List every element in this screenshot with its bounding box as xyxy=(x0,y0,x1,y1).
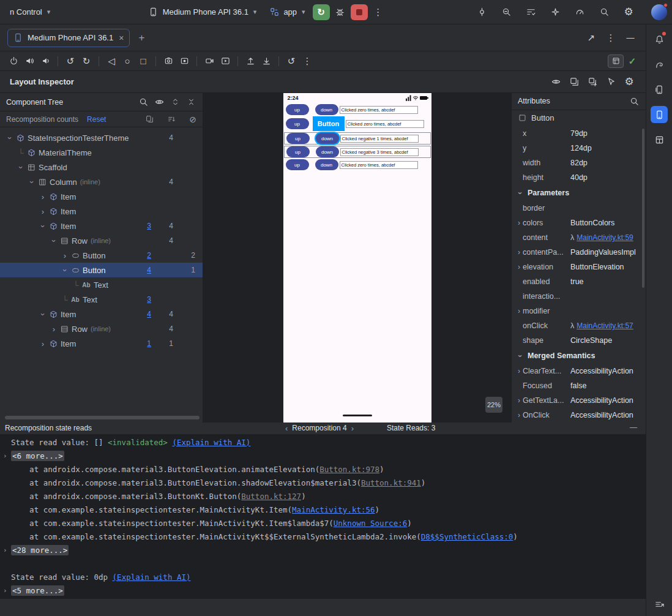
power-button[interactable] xyxy=(6,54,21,69)
minimize-console-button[interactable]: — xyxy=(630,423,637,432)
attribute-expander-icon[interactable]: › xyxy=(515,411,523,419)
explain-with-ai-link[interactable]: MainActivity.kt:56 xyxy=(292,505,375,514)
tree-node-row[interactable]: ›Row(inline)4 xyxy=(0,321,203,336)
device-button-down[interactable]: down xyxy=(316,133,339,144)
stop-button[interactable] xyxy=(351,4,368,20)
settings-button[interactable]: ⚙ xyxy=(621,4,637,20)
close-tab-button[interactable]: × xyxy=(119,33,124,43)
stack-frame-link[interactable]: Button.kt:978 xyxy=(319,465,379,474)
deploy-status-button[interactable]: ✓ xyxy=(625,54,640,69)
tree-node-item[interactable]: ›Item11 xyxy=(0,336,203,351)
recomposition-nav-count[interactable]: 2 xyxy=(129,251,151,260)
device-frame-toggle[interactable] xyxy=(608,54,624,68)
attribute-expander-icon[interactable]: › xyxy=(515,248,523,257)
collapsed-frames-chip[interactable]: <6 more...> xyxy=(11,451,64,461)
recomposition-nav-count[interactable]: 4 xyxy=(129,310,151,318)
device-button-down[interactable]: down xyxy=(315,159,338,170)
console-expander-icon[interactable]: › xyxy=(3,544,7,557)
skip-counts-icon[interactable]: ⊘ xyxy=(189,115,196,124)
attributes-search-button[interactable] xyxy=(627,94,641,108)
tree-node-row[interactable]: ›Row(inline)4 xyxy=(0,233,203,248)
run-config-selector[interactable]: app ▾ xyxy=(264,4,310,21)
version-control-menu[interactable]: n Control ▾ xyxy=(5,4,55,21)
attribute-expander-icon[interactable]: › xyxy=(515,396,523,405)
commit-button[interactable] xyxy=(474,4,490,20)
device-button-up[interactable]: up xyxy=(286,133,310,144)
tree-filter-button[interactable] xyxy=(152,96,166,109)
explain-with-ai-link[interactable]: D8$$SyntheticClass:0 xyxy=(421,532,513,541)
tab-medium-phone[interactable]: Medium Phone API 36.1 × xyxy=(7,29,130,47)
tree-horizontal-scrollbar[interactable] xyxy=(5,416,200,419)
device-screen[interactable]: 2:24 updownClicked zero times, abcdefupB… xyxy=(283,93,431,423)
source-location-link[interactable]: MainActivity.kt:57 xyxy=(577,321,633,330)
push-file-button[interactable] xyxy=(259,54,274,69)
tree-expander-icon[interactable]: › xyxy=(38,207,48,216)
more-run-actions-button[interactable]: ⋮ xyxy=(370,4,386,20)
console-expander-icon[interactable]: › xyxy=(3,584,7,598)
tree-node-item[interactable]: ›Item xyxy=(0,189,203,204)
reset-counts-link[interactable]: Reset xyxy=(87,115,106,124)
snapshots-button[interactable]: ↺ xyxy=(284,54,299,69)
device-selector[interactable]: Medium Phone API 36.1 ▾ xyxy=(143,4,262,21)
tree-expander-icon[interactable]: › xyxy=(61,265,70,275)
explain-with-ai-link[interactable]: Unknown Source:6 xyxy=(334,519,407,528)
collapsed-frames-chip[interactable]: <28 more...> xyxy=(11,545,69,555)
virtual-camera-button[interactable] xyxy=(218,54,233,69)
snapshot-button[interactable] xyxy=(584,74,600,90)
attributes-section-parameters[interactable]: ›Parameters xyxy=(512,185,646,201)
collapse-all-button[interactable] xyxy=(184,96,198,109)
select-component-button[interactable] xyxy=(603,74,619,90)
notifications-button[interactable] xyxy=(651,31,668,48)
upload-button[interactable] xyxy=(243,54,258,69)
layout-inspector-button[interactable] xyxy=(651,131,668,148)
explain-with-ai-link[interactable]: (Explain with AI) xyxy=(113,573,191,582)
recomposition-nav-count[interactable]: 4 xyxy=(129,266,151,274)
zoom-level-badge[interactable]: 22% xyxy=(485,397,502,413)
tree-node-stateinspectiontestertheme[interactable]: ›StateInspectionTesterTheme4 xyxy=(0,130,203,145)
back-button[interactable]: ◁ xyxy=(104,54,119,69)
tree-node-text[interactable]: └AbText xyxy=(0,277,203,292)
tree-expander-icon[interactable]: › xyxy=(60,251,70,260)
inspector-settings-button[interactable]: ⚙ xyxy=(621,74,637,90)
stack-frame-link[interactable]: Button.kt:127 xyxy=(241,492,301,501)
volume-down-button[interactable] xyxy=(38,54,53,69)
tree-expander-icon[interactable]: › xyxy=(6,133,15,143)
collapsed-frames-chip[interactable]: <5 more...> xyxy=(11,585,64,596)
tree-node-text[interactable]: └AbText3 xyxy=(0,292,203,307)
screen-record-button[interactable] xyxy=(177,54,192,69)
debug-button[interactable] xyxy=(332,4,348,20)
add-device-tab-button[interactable]: + xyxy=(133,30,149,46)
overview-button[interactable]: □ xyxy=(136,54,151,69)
tree-node-item[interactable]: ›Item44 xyxy=(0,307,203,321)
attribute-expander-icon[interactable]: › xyxy=(515,367,523,375)
home-button[interactable]: ○ xyxy=(120,54,135,69)
source-location-link[interactable]: MainActivity.kt:59 xyxy=(577,233,633,242)
tree-expander-icon[interactable]: › xyxy=(17,162,26,172)
search-replace-button[interactable] xyxy=(498,4,514,20)
section-expander-icon[interactable]: › xyxy=(516,188,525,198)
extended-controls-button[interactable]: ⋮ xyxy=(300,54,315,69)
tab-options-button[interactable]: ⋮ xyxy=(603,30,619,46)
explain-with-ai-link[interactable]: (Explain with AI) xyxy=(172,438,250,447)
ai-assistant-button[interactable] xyxy=(547,4,563,20)
attribute-expander-icon[interactable]: › xyxy=(515,307,523,315)
rotate-right-button[interactable]: ↻ xyxy=(79,54,94,69)
tree-expander-icon[interactable]: › xyxy=(39,221,48,231)
attributes-scrollbar[interactable] xyxy=(642,129,644,288)
tree-expander-icon[interactable]: › xyxy=(28,177,37,187)
tree-node-button[interactable]: ›Button22 xyxy=(0,248,203,263)
next-recomposition-button[interactable]: › xyxy=(351,424,354,432)
tree-expander-icon[interactable]: › xyxy=(39,309,48,319)
console-expander-icon[interactable]: › xyxy=(3,449,7,463)
open-in-window-button[interactable]: ↗ xyxy=(583,30,599,46)
rerun-button[interactable]: ↻ xyxy=(313,4,330,20)
device-button-down[interactable]: down xyxy=(315,104,338,115)
user-avatar[interactable] xyxy=(651,4,667,20)
hide-window-button[interactable]: — xyxy=(622,30,638,46)
device-manager-button[interactable] xyxy=(651,81,668,98)
tree-node-column[interactable]: ›Column(inline)4 xyxy=(0,175,203,189)
prev-recomposition-button[interactable]: ‹ xyxy=(285,424,288,432)
volume-up-button[interactable] xyxy=(22,54,37,69)
screenshot-button[interactable] xyxy=(161,54,176,69)
tree-node-item[interactable]: ›Item34 xyxy=(0,219,203,233)
